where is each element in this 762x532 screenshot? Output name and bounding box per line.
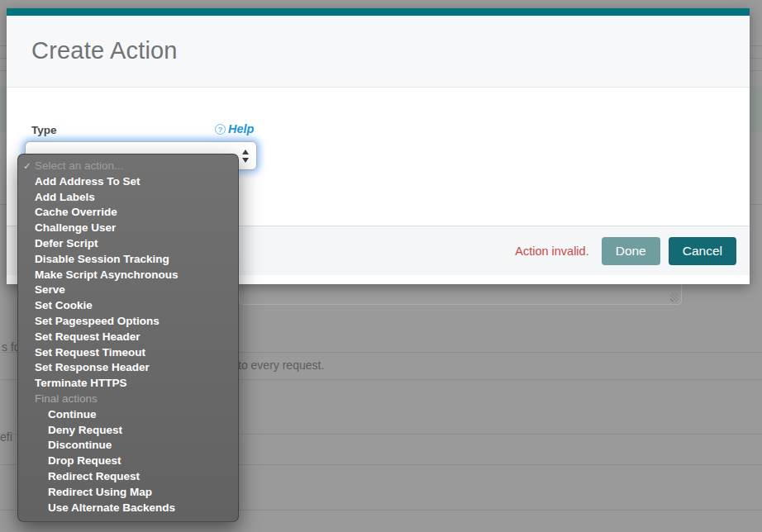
dropdown-option-label: Add Labels (35, 191, 95, 203)
modal-header: Create Action (7, 16, 750, 88)
dropdown-option[interactable]: Discontinue (18, 438, 238, 454)
resize-handle-icon (670, 293, 679, 302)
dropdown-option[interactable]: Challenge User (18, 221, 238, 236)
select-stepper-icon (240, 148, 252, 164)
dropdown-option-label: Set Response Header (35, 361, 150, 373)
dropdown-option-label: Deny Request (48, 424, 122, 436)
dropdown-option[interactable]: Deny Request (18, 423, 238, 439)
type-label: Type (31, 124, 57, 136)
dropdown-option-label: Set Cookie (35, 299, 93, 311)
dropdown-option[interactable]: Make Script Asynchronous (18, 268, 238, 283)
done-button[interactable]: Done (602, 237, 660, 265)
help-link[interactable]: ? Help (215, 122, 254, 135)
dropdown-option[interactable]: Set Request Header (18, 330, 238, 345)
dropdown-option[interactable]: Drop Request (18, 454, 238, 469)
dropdown-option[interactable]: ✓ Select an action... (18, 159, 238, 174)
dropdown-option-label: Set Pagespeed Options (35, 315, 160, 327)
help-link-label: Help (228, 122, 254, 135)
cancel-button[interactable]: Cancel (669, 237, 736, 265)
help-question-icon: ? (215, 124, 226, 135)
dropdown-option[interactable]: Set Response Header (18, 360, 238, 376)
page-title: Create Action (31, 37, 750, 64)
dropdown-option[interactable]: Defer Script (18, 236, 238, 252)
dropdown-option-label: Defer Script (35, 237, 98, 249)
dropdown-option[interactable]: Use Alternate Backends (18, 501, 238, 516)
dropdown-option: Final actions (18, 392, 238, 407)
dropdown-option-label: Challenge User (35, 221, 116, 234)
background-text-fragment: to every request. (238, 359, 324, 372)
modal-accent-bar (7, 8, 750, 16)
dropdown-option[interactable]: Add Labels (18, 190, 238, 206)
dropdown-option-label: Disable Session Tracking (35, 253, 169, 265)
dropdown-option-label: Use Alternate Backends (48, 501, 175, 514)
dropdown-option-label: Final actions (35, 392, 98, 405)
dropdown-option[interactable]: Redirect Using Map (18, 485, 238, 501)
dropdown-option-label: Discontinue (48, 439, 112, 451)
dropdown-option-label: Serve (35, 283, 65, 296)
dropdown-option-label: Drop Request (48, 454, 121, 467)
dropdown-option-label: Redirect Request (48, 470, 140, 482)
dropdown-option-label: Cache Override (35, 206, 117, 218)
dropdown-option-label: Set Request Timeout (35, 346, 145, 359)
dropdown-option[interactable]: Set Request Timeout (18, 345, 238, 361)
dropdown-option[interactable]: Cache Override (18, 205, 238, 221)
dropdown-option-label: Redirect Using Map (48, 486, 152, 498)
dropdown-option-label: Set Request Header (35, 330, 140, 343)
action-type-dropdown-menu: ✓ Select an action... Add Address To Set… (17, 154, 239, 522)
selected-checkmark-icon: ✓ (23, 159, 34, 174)
dropdown-option[interactable]: Terminate HTTPS (18, 376, 238, 392)
status-error-text: Action invalid. (515, 245, 588, 258)
dropdown-option-label: Make Script Asynchronous (35, 268, 179, 281)
dropdown-option[interactable]: Redirect Request (18, 469, 238, 485)
dropdown-option[interactable]: Set Pagespeed Options (18, 314, 238, 330)
dropdown-option-label: Terminate HTTPS (35, 377, 127, 389)
background-text-fragment: efi (0, 430, 12, 444)
dropdown-option-label: Add Address To Set (35, 175, 140, 188)
dropdown-option-label: Select an action... (35, 159, 123, 172)
dropdown-option[interactable]: Set Cookie (18, 298, 238, 314)
dropdown-option[interactable]: Serve (18, 283, 238, 298)
dropdown-option[interactable]: Continue (18, 407, 238, 423)
dropdown-option[interactable]: Add Address To Set (18, 174, 238, 190)
dropdown-option[interactable]: Disable Session Tracking (18, 252, 238, 268)
dropdown-option-label: Continue (48, 408, 97, 420)
